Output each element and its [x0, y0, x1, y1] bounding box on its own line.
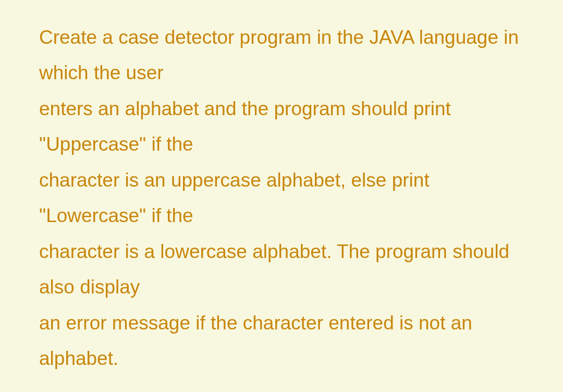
text-line-2: enters an alphabet and the program shoul…	[39, 91, 524, 163]
text-line-1: Create a case detector program in the JA…	[39, 20, 524, 91]
text-line-4: character is a lowercase alphabet. The p…	[39, 234, 524, 305]
text-line-3: character is an uppercase alphabet, else…	[39, 163, 524, 234]
text-line-5: an error message if the character entere…	[39, 305, 524, 377]
document-text: Create a case detector program in the JA…	[39, 20, 524, 376]
